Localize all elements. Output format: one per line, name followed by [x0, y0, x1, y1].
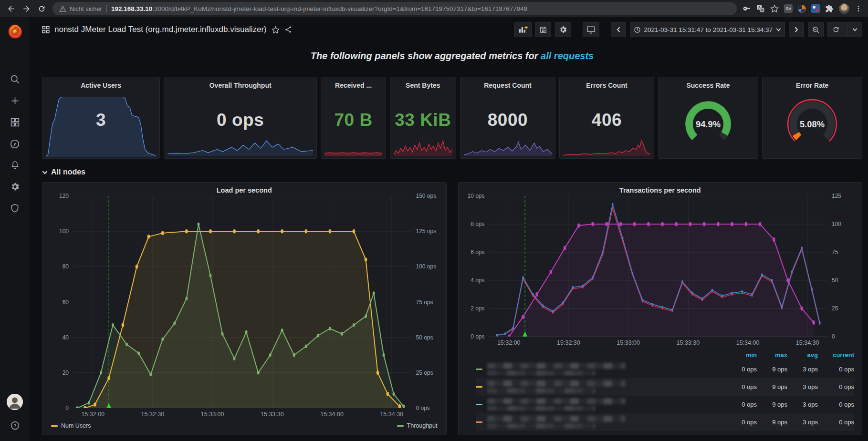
panel-title[interactable]: Success Rate — [659, 82, 758, 89]
charts-row: Load per second 120100806040200 150 ops1… — [42, 182, 862, 441]
legend-color-swatch — [51, 425, 58, 427]
axis-label: 0 ops — [416, 405, 430, 411]
grafana-logo[interactable] — [4, 21, 25, 42]
save-dashboard-button[interactable] — [535, 22, 551, 37]
zoom-out-button[interactable] — [808, 22, 824, 37]
blurred-text — [487, 370, 595, 376]
dashboard-settings-button[interactable] — [555, 22, 571, 37]
time-range-picker[interactable]: 2021-03-31 15:31:47 to 2021-03-31 15:34:… — [630, 22, 785, 37]
plot-area[interactable] — [73, 196, 412, 408]
sidebar-item-explore[interactable] — [4, 133, 25, 154]
sidebar-user-avatar[interactable] — [7, 394, 23, 410]
chevron-right-icon — [794, 26, 799, 33]
axis-label: 2 ops — [471, 305, 484, 312]
bell-icon — [10, 160, 20, 170]
sidebar-item-help[interactable]: ? — [4, 415, 25, 436]
legend-table-row[interactable]: 0 ops 9 ops 3 ops 0 ops — [476, 396, 855, 413]
legend-series-name-blurred[interactable] — [487, 398, 727, 411]
blurred-text — [487, 398, 626, 404]
favorite-star-icon[interactable] — [272, 26, 280, 34]
legend-item-throughput[interactable]: Throughput — [397, 422, 438, 429]
legend-series-name-blurred[interactable] — [487, 363, 727, 376]
forward-arrow-icon — [22, 4, 31, 13]
refresh-interval-dropdown[interactable] — [847, 22, 862, 37]
browser-profile-avatar[interactable] — [839, 3, 849, 14]
sidebar-item-configuration[interactable] — [4, 176, 25, 197]
axis-label: 4 ops — [471, 277, 484, 284]
legend-col-current[interactable]: current — [818, 351, 854, 359]
sparkline — [167, 140, 313, 156]
extensions-puzzle-icon[interactable] — [825, 4, 834, 13]
panel-title[interactable]: Load per second — [47, 186, 441, 194]
stat-value: 406 — [560, 110, 654, 130]
legend-color-swatch — [476, 404, 482, 405]
legend-table-row[interactable]: 0 ops 9 ops 3 ops 0 ops — [476, 413, 855, 431]
search-icon — [10, 74, 20, 84]
legend-col-avg[interactable]: avg — [787, 351, 818, 359]
row-toggle-all-nodes[interactable]: All nodes — [42, 165, 862, 179]
selenium-extension-icon[interactable]: Se — [784, 4, 793, 13]
browser-reload-button[interactable] — [34, 1, 49, 16]
panel-title[interactable]: Received ... — [321, 82, 386, 89]
legend-min-value: 0 ops — [726, 419, 757, 426]
tv-mode-button[interactable] — [583, 22, 599, 37]
address-bar[interactable]: Nicht sicher 192.168.33.10:3000/d/b4kP_K… — [52, 2, 737, 15]
legend-min-value: 0 ops — [726, 401, 757, 408]
legend-series-name-blurred[interactable] — [487, 416, 727, 429]
add-panel-button[interactable] — [514, 22, 532, 37]
stat-panel-received-bytes: Received ... 70 B — [321, 77, 386, 159]
legend-col-min[interactable]: min — [726, 351, 757, 359]
zoom-out-icon — [812, 26, 820, 34]
legend-table-row[interactable]: 0 ops 9 ops 3 ops 0 ops — [476, 378, 855, 396]
bookmark-star-icon[interactable] — [770, 4, 779, 13]
stat-value: 70 B — [321, 110, 386, 130]
axis-label: 15:32:00 — [497, 339, 521, 346]
browser-back-button[interactable] — [4, 1, 18, 16]
url-text[interactable]: 192.168.33.10:3000/d/b4kP_KoMz/nonstd-jm… — [111, 5, 527, 12]
blurred-text — [487, 388, 595, 393]
translate-icon[interactable]: Aa — [756, 4, 765, 13]
sidebar-item-dashboards[interactable] — [4, 112, 25, 133]
legend-series-name-blurred[interactable] — [487, 380, 727, 393]
warning-triangle-icon — [59, 5, 66, 12]
password-key-icon[interactable] — [743, 4, 751, 13]
axis-label: 50 — [832, 277, 838, 284]
tineye-extension-icon[interactable] — [811, 4, 820, 13]
sparkline — [464, 140, 552, 156]
axis-label: 20 — [63, 369, 69, 376]
legend-item-num-users[interactable]: Num Users — [51, 422, 91, 429]
browser-menu-kebab-icon[interactable] — [855, 5, 862, 12]
blurred-text — [487, 380, 626, 387]
dashboard-header: nonstd JMeter Load Test (org.md.jmeter.i… — [42, 17, 862, 42]
grafana-sidebar: ? — [0, 17, 30, 441]
panel-title[interactable]: Active Users — [42, 82, 159, 89]
time-range-forward-button[interactable] — [789, 22, 804, 37]
circle-extension-icon[interactable] — [798, 5, 806, 13]
plot-area[interactable] — [489, 196, 828, 337]
axis-label: 15:33:00 — [201, 411, 224, 418]
panel-title[interactable]: Overall Throughput — [164, 82, 316, 89]
sidebar-item-alerting[interactable] — [4, 154, 25, 176]
dashboard-apps-icon[interactable] — [42, 26, 50, 33]
panel-title[interactable]: Request Count — [460, 82, 555, 89]
panel-title[interactable]: Transactions per second — [463, 186, 858, 194]
refresh-button[interactable] — [828, 22, 844, 37]
panel-title[interactable]: Error Rate — [763, 82, 862, 89]
dashboard-title[interactable]: nonstd JMeter Load Test (org.md.jmeter.i… — [54, 25, 267, 34]
panel-title[interactable]: Sent Bytes — [390, 82, 456, 89]
panel-title[interactable]: Errors Count — [560, 82, 654, 89]
legend-label: Throughput — [407, 422, 438, 429]
subtitle-highlight-link[interactable]: all requests — [541, 51, 594, 61]
security-chip[interactable]: Nicht sicher — [59, 5, 102, 12]
share-icon[interactable] — [284, 26, 292, 33]
sidebar-item-search[interactable] — [4, 69, 25, 90]
legend-col-max[interactable]: max — [757, 351, 787, 359]
legend-avg-value: 3 ops — [787, 401, 818, 408]
add-panel-icon — [518, 25, 528, 34]
y-axis-left: 120100806040200 — [47, 196, 73, 408]
time-range-back-button[interactable] — [611, 22, 626, 37]
sidebar-item-create[interactable] — [4, 90, 25, 112]
legend-table-row[interactable]: 0 ops 9 ops 3 ops 0 ops — [476, 360, 855, 378]
sidebar-item-server-admin[interactable] — [4, 197, 25, 219]
browser-forward-button[interactable] — [19, 1, 33, 16]
